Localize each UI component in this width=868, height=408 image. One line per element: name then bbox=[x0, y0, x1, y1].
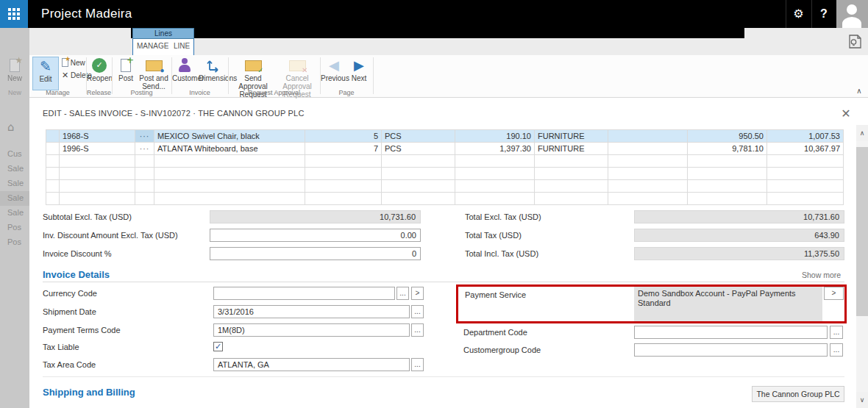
empty-cell[interactable] bbox=[608, 193, 688, 205]
payment-terms-field[interactable]: 1M(8D) bbox=[213, 323, 410, 337]
customer-link-button[interactable]: The Cannon Group PLC bbox=[752, 386, 844, 402]
cell-unit[interactable]: PCS bbox=[382, 143, 455, 155]
table-row-empty[interactable] bbox=[46, 193, 844, 205]
empty-cell[interactable] bbox=[135, 155, 154, 168]
empty-cell[interactable] bbox=[60, 193, 135, 205]
shipment-date-lookup-button[interactable]: ... bbox=[411, 305, 424, 318]
cell-line-discount[interactable] bbox=[608, 130, 688, 143]
empty-cell[interactable] bbox=[154, 193, 305, 205]
customergroup-lookup-button[interactable]: ... bbox=[830, 343, 843, 357]
empty-cell[interactable] bbox=[135, 168, 154, 180]
empty-cell[interactable] bbox=[60, 168, 135, 180]
empty-cell[interactable] bbox=[767, 193, 844, 205]
app-launcher-button[interactable] bbox=[0, 0, 28, 28]
department-code-field[interactable] bbox=[634, 326, 828, 339]
empty-cell[interactable] bbox=[305, 168, 382, 180]
empty-cell[interactable] bbox=[305, 193, 382, 205]
tab-line[interactable]: LINE bbox=[171, 39, 193, 56]
tax-area-field[interactable]: ATLANTA, GA bbox=[213, 358, 410, 371]
currency-code-field[interactable] bbox=[213, 287, 395, 300]
tax-area-lookup-button[interactable]: ... bbox=[411, 358, 424, 371]
empty-cell[interactable] bbox=[154, 168, 305, 180]
close-icon[interactable]: ✕ bbox=[837, 105, 855, 123]
empty-cell[interactable] bbox=[455, 193, 535, 205]
cell-description[interactable]: MEXICO Swivel Chair, black bbox=[154, 130, 305, 143]
customer-button[interactable]: Customer bbox=[172, 57, 197, 90]
help-button[interactable]: ? bbox=[811, 0, 836, 28]
tax-liable-checkbox[interactable]: ✓ bbox=[213, 342, 223, 351]
payment-service-field[interactable]: Demo Sandbox Account - PayPal Payments S… bbox=[634, 287, 822, 321]
payment-terms-lookup-button[interactable]: ... bbox=[411, 323, 424, 337]
invoice-discount-pct-field[interactable]: 0 bbox=[210, 247, 421, 260]
empty-cell[interactable] bbox=[455, 180, 535, 193]
empty-cell[interactable] bbox=[60, 180, 135, 193]
empty-cell[interactable] bbox=[608, 180, 688, 193]
empty-cell[interactable] bbox=[688, 168, 767, 180]
cell-tax-group[interactable]: FURNITURE bbox=[535, 130, 608, 143]
insights-lightbulb-icon[interactable] bbox=[846, 32, 864, 50]
previous-button[interactable]: ◀ Previous bbox=[321, 57, 347, 90]
cell-description[interactable]: ATLANTA Whiteboard, base bbox=[154, 143, 305, 155]
currency-lookup-button[interactable]: ... bbox=[396, 287, 409, 300]
cell-unit-price[interactable]: 190.10 bbox=[455, 130, 535, 143]
sidebar-item-sales-2[interactable]: Sale bbox=[7, 179, 29, 187]
table-row-empty[interactable] bbox=[46, 180, 844, 193]
cell-quantity[interactable]: 5 bbox=[305, 130, 382, 143]
cell-line-amount[interactable]: 9,781.10 bbox=[688, 143, 767, 155]
cell-tax-group[interactable]: FURNITURE bbox=[535, 143, 608, 155]
row-selector-cell[interactable] bbox=[46, 143, 60, 155]
scrollbar-thumb[interactable] bbox=[856, 147, 868, 316]
empty-cell[interactable] bbox=[608, 155, 688, 168]
empty-cell[interactable] bbox=[455, 155, 535, 168]
reopen-button[interactable]: ✓ Reopen bbox=[87, 57, 112, 90]
empty-cell[interactable] bbox=[382, 155, 455, 168]
empty-cell[interactable] bbox=[154, 155, 305, 168]
table-row-empty[interactable] bbox=[46, 155, 844, 168]
empty-cell[interactable] bbox=[767, 168, 844, 180]
sidebar-item-sales-4[interactable]: Sale bbox=[7, 208, 29, 217]
empty-cell[interactable] bbox=[154, 180, 305, 193]
payment-service-drilldown-button[interactable]: > bbox=[824, 287, 844, 300]
empty-cell[interactable] bbox=[46, 168, 60, 180]
department-lookup-button[interactable]: ... bbox=[830, 326, 843, 339]
empty-cell[interactable] bbox=[535, 168, 608, 180]
sidebar-item-sales-3[interactable]: Sale bbox=[7, 193, 29, 202]
table-row-selected[interactable]: 1968-S ··· MEXICO Swivel Chair, black 5 … bbox=[46, 130, 844, 143]
empty-cell[interactable] bbox=[46, 180, 60, 193]
collapse-ribbon-chevron[interactable]: ∧ bbox=[852, 87, 867, 97]
empty-cell[interactable] bbox=[688, 193, 767, 205]
empty-cell[interactable] bbox=[305, 155, 382, 168]
empty-cell[interactable] bbox=[608, 168, 688, 180]
send-approval-request-button[interactable]: ✓ Send Approval Request bbox=[230, 57, 276, 90]
empty-cell[interactable] bbox=[455, 168, 535, 180]
empty-cell[interactable] bbox=[46, 155, 60, 168]
cell-amount-incl-tax[interactable]: 10,367.97 bbox=[767, 143, 844, 155]
cell-quantity[interactable]: 7 bbox=[305, 143, 382, 155]
tab-manage[interactable]: MANAGE bbox=[137, 39, 166, 56]
inv-discount-field[interactable]: 0.00 bbox=[210, 229, 421, 242]
scroll-down-button[interactable]: ∨ bbox=[856, 392, 868, 408]
empty-cell[interactable] bbox=[767, 180, 844, 193]
empty-cell[interactable] bbox=[60, 155, 135, 168]
cell-no[interactable]: 1968-S bbox=[60, 130, 135, 143]
cell-unit-price[interactable]: 1,397.30 bbox=[455, 143, 535, 155]
row-menu-dots-icon[interactable]: ··· bbox=[135, 130, 154, 143]
empty-cell[interactable] bbox=[382, 180, 455, 193]
dimensions-button[interactable]: Dimensions bbox=[199, 57, 228, 90]
shipment-date-field[interactable]: 3/31/2016 bbox=[213, 305, 410, 318]
table-row[interactable]: 1996-S ··· ATLANTA Whiteboard, base 7 PC… bbox=[46, 143, 844, 155]
post-button[interactable]: + Post bbox=[115, 57, 136, 90]
cell-line-amount[interactable]: 950.50 bbox=[688, 130, 767, 143]
cell-amount-incl-tax[interactable]: 1,007.53 bbox=[767, 130, 844, 143]
empty-cell[interactable] bbox=[46, 193, 60, 205]
sidebar-item-sales-1[interactable]: Sale bbox=[7, 164, 29, 173]
table-row-empty[interactable] bbox=[46, 168, 844, 180]
customergroup-code-field[interactable] bbox=[634, 343, 828, 357]
empty-cell[interactable] bbox=[767, 155, 844, 168]
currency-drilldown-button[interactable]: > bbox=[411, 287, 424, 300]
row-menu-dots-icon[interactable]: ··· bbox=[135, 143, 154, 155]
cell-no[interactable]: 1996-S bbox=[60, 143, 135, 155]
post-and-send-button[interactable]: ● Post and Send... bbox=[137, 57, 171, 90]
empty-cell[interactable] bbox=[382, 168, 455, 180]
scroll-up-button[interactable]: ∧ bbox=[856, 125, 868, 141]
